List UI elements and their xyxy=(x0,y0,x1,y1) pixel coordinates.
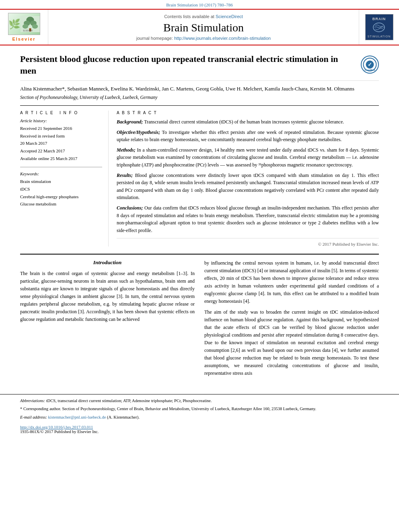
bs-logo-bot: STIMULATION xyxy=(368,35,391,38)
doi-footer: http://dx.doi.org/10.1016/j.brs.2017.03.… xyxy=(0,423,399,436)
article-affiliation: Section of Psychoneurobiology, Universit… xyxy=(20,95,379,100)
revised-date: 20 March 2017 xyxy=(20,140,102,147)
journal-homepage: journal homepage: http://www.journals.el… xyxy=(136,36,271,41)
elsevier-logo-container: ELSEVIER Elsevier xyxy=(0,10,48,45)
corresponding-footnote: * Corresponding author. Section of Psych… xyxy=(20,406,379,412)
bs-logo-mid xyxy=(372,22,386,34)
svg-point-8 xyxy=(373,23,385,32)
homepage-url[interactable]: http://www.journals.elsevier.com/brain-s… xyxy=(174,36,271,41)
background-label: Background; xyxy=(117,119,143,125)
results-text: Blood glucose concentrations were distin… xyxy=(117,173,379,201)
body-right-para2: The aim of the study was to broaden the … xyxy=(204,308,379,377)
svg-text:ELSEVIER: ELSEVIER xyxy=(23,30,33,32)
article-authors: Alina Kistenmacher*, Sebastian Manneck, … xyxy=(20,85,379,93)
page-wrapper: Brain Stimulation 10 (2017) 780–786 ELSE… xyxy=(0,0,399,532)
email-label: E-mail address: xyxy=(20,415,47,419)
header-main: Contents lists available at ScienceDirec… xyxy=(48,10,359,45)
email-suffix: (A. Kistenmacher). xyxy=(107,415,140,419)
svg-point-4 xyxy=(22,24,28,29)
issn-line: 1935-861X/© 2017 Published by Elsevier I… xyxy=(20,429,379,434)
abstract-methods: Methods; In a sham-controlled crossover … xyxy=(117,146,379,169)
article-info-abstract: A R T I C L E I N F O Article history: R… xyxy=(20,105,379,246)
body-section: Introduction The brain is the control or… xyxy=(20,254,379,380)
keyword-3: Cerebral high-energy phosphates xyxy=(20,193,102,201)
results-label: Results; xyxy=(117,173,133,178)
body-left-col: Introduction The brain is the control or… xyxy=(20,259,195,380)
body-right-para1: by influencing the central nervous syste… xyxy=(204,259,379,305)
corresponding-label: * Corresponding xyxy=(20,407,48,411)
body-left-para1: The brain is the control organ of system… xyxy=(20,270,195,323)
keyword-4: Glucose metabolism xyxy=(20,200,102,208)
article-content: Persistent blood glucose reduction upon … xyxy=(0,45,399,388)
homepage-label: journal homepage: xyxy=(136,36,173,41)
crossmark-svg: ✓ CrossMark xyxy=(363,58,377,72)
objective-label: Objective/Hypothesis; xyxy=(117,129,160,135)
brain-stim-logo: BRAIN STIMULATION xyxy=(365,14,393,40)
abstract-label-heading: A B S T R A C T xyxy=(117,111,379,115)
contents-line: Contents lists available at ScienceDirec… xyxy=(164,14,243,19)
abstract-objective: Objective/Hypothesis; To investigate whe… xyxy=(117,129,379,144)
email-link[interactable]: kistenmacher@pnl.uni-luebeck.de xyxy=(48,415,106,419)
bs-logo-top: BRAIN xyxy=(372,17,386,21)
abstract-results: Results; Blood glucose concentrations we… xyxy=(117,172,379,201)
keywords-divider xyxy=(20,167,102,167)
brain-stim-logo-container: BRAIN STIMULATION xyxy=(359,10,399,45)
available-date: Available online 25 March 2017 xyxy=(20,155,102,162)
sciencedirect-link[interactable]: ScienceDirect xyxy=(216,14,243,19)
revised-label: Received in revised form xyxy=(20,132,102,140)
svg-point-5 xyxy=(32,24,37,29)
conclusions-label: Conclusions; xyxy=(117,205,143,211)
doi-link[interactable]: http://dx.doi.org/10.1016/j.brs.2017.03.… xyxy=(20,425,93,429)
article-history-block: Article history: Received 21 September 2… xyxy=(20,118,102,162)
svg-text:✓: ✓ xyxy=(368,62,372,68)
article-info-label: A R T I C L E I N F O xyxy=(20,111,102,115)
keyword-2: tDCS xyxy=(20,185,102,193)
body-two-col: Introduction The brain is the control or… xyxy=(20,259,379,380)
brain-svg-icon xyxy=(372,22,386,33)
keywords-label: Keywords: xyxy=(20,171,102,176)
abbreviations-footnote: Abbreviations: tDCS, transcranial direct… xyxy=(20,398,379,404)
crossmark-logo: ✓ CrossMark xyxy=(361,55,379,74)
elsevier-logo: ELSEVIER Elsevier xyxy=(8,13,40,41)
article-title-section: Persistent blood glucose reduction upon … xyxy=(20,53,379,81)
conclusions-text: Our data confirm that tDCS reduces blood… xyxy=(117,205,379,233)
intro-heading: Introduction xyxy=(20,259,195,266)
abstract-background: Background; Transcranial direct current … xyxy=(117,118,379,126)
accepted-date: Accepted 22 March 2017 xyxy=(20,147,102,155)
email-footnote: E-mail address: kistenmacher@pnl.uni-lue… xyxy=(20,414,379,421)
journal-ref-bar: Brain Stimulation 10 (2017) 780–786 xyxy=(0,0,399,9)
abbrev-label: Abbreviations: xyxy=(20,398,45,403)
methods-label: Methods; xyxy=(117,147,136,153)
abbrev-text: tDCS, transcranial direct current stimul… xyxy=(46,398,212,403)
journal-title-main: Brain Stimulation xyxy=(163,21,244,34)
article-main-title: Persistent blood glucose reduction upon … xyxy=(20,53,361,76)
svg-text:CrossMark: CrossMark xyxy=(365,69,375,71)
contents-label: Contents lists available at xyxy=(164,14,214,19)
keyword-1: Brain stimulation xyxy=(20,178,102,185)
background-text: Transcranial direct current stimulation … xyxy=(144,119,344,125)
elsevier-text-label: Elsevier xyxy=(12,37,35,41)
article-history-title: Article history: xyxy=(20,118,102,123)
elsevier-graphic: ELSEVIER xyxy=(8,13,40,35)
right-col-abstract: A B S T R A C T Background; Transcranial… xyxy=(117,111,379,246)
doi-url-line: http://dx.doi.org/10.1016/j.brs.2017.03.… xyxy=(20,425,379,429)
corresponding-text: author. Section of Psychoneurobiology, C… xyxy=(49,407,316,411)
copyright-line: © 2017 Published by Elsevier Inc. xyxy=(117,238,379,246)
footnotes-section: Abbreviations: tDCS, transcranial direct… xyxy=(0,394,399,421)
methods-text: In a sham-controlled crossover design, 1… xyxy=(117,147,379,168)
journal-ref-text: Brain Stimulation 10 (2017) 780–786 xyxy=(166,2,233,7)
elsevier-tree-svg: ELSEVIER xyxy=(21,14,40,34)
abstract-conclusions: Conclusions; Our data confirm that tDCS … xyxy=(117,204,379,234)
left-col-article-info: A R T I C L E I N F O Article history: R… xyxy=(20,111,109,246)
body-right-col: by influencing the central nervous syste… xyxy=(204,259,379,380)
keywords-list: Brain stimulation tDCS Cerebral high-ene… xyxy=(20,178,102,208)
journal-header: ELSEVIER Elsevier Contents lists availab… xyxy=(0,9,399,45)
received-date: Received 21 September 2016 xyxy=(20,125,102,132)
